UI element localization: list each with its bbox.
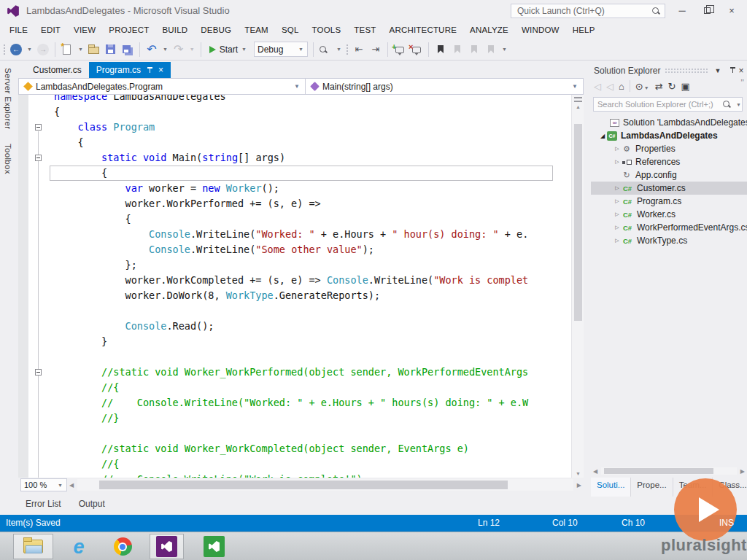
close-panel-button[interactable]: ×: [735, 66, 747, 76]
quick-launch-input[interactable]: Quick Launch (Ctrl+Q): [511, 4, 665, 18]
restore-button[interactable]: [694, 0, 719, 20]
pin-icon[interactable]: [147, 66, 153, 74]
tree-item-solution-lambdasanddelegates[interactable]: ∞Solution 'LambdasAndDelegates': [591, 116, 747, 129]
navigate-forward-code-button[interactable]: ⇥: [369, 41, 382, 58]
save-all-button[interactable]: [121, 41, 134, 58]
menu-file[interactable]: FILE: [3, 22, 34, 39]
pending-changes-filter-button[interactable]: ⊙▼: [635, 81, 650, 92]
tree-item-lambdasanddelegates[interactable]: ◢C#LambdasAndDelegates: [591, 129, 747, 142]
collapse-toggle-icon[interactable]: [35, 155, 42, 161]
configuration-combobox[interactable]: Debug ▼: [254, 42, 308, 57]
side-tab-server-explorer[interactable]: Server Explorer: [0, 61, 16, 136]
uncomment-button[interactable]: [410, 41, 423, 58]
collapsed-arrow-icon[interactable]: ▷: [613, 185, 622, 191]
split-handle-icon[interactable]: [574, 97, 582, 102]
menu-test[interactable]: TEST: [347, 22, 382, 39]
tree-item-app-config[interactable]: ↻App.config: [591, 168, 747, 182]
tab-customer-cs[interactable]: Customer.cs: [26, 62, 89, 78]
collapsed-arrow-icon[interactable]: ▷: [613, 238, 622, 244]
menu-help[interactable]: HELP: [566, 22, 602, 39]
code-editor[interactable]: namespace LambdasAndDelegates{ class Pro…: [18, 95, 571, 478]
scroll-up-icon[interactable]: ▲: [572, 104, 584, 109]
taskbar-button-internet-explorer[interactable]: e: [64, 534, 93, 559]
expanded-arrow-icon[interactable]: ◢: [598, 133, 607, 139]
navigate-forward-button[interactable]: →: [36, 41, 50, 58]
menu-architecture[interactable]: ARCHITECTURE: [383, 22, 464, 39]
tree-item-worker-cs[interactable]: ▷C#Worker.cs: [591, 208, 747, 221]
solution-explorer-horizontal-scrollbar[interactable]: ◀ ▶: [591, 466, 747, 476]
redo-dropdown[interactable]: ▼: [189, 47, 196, 52]
previous-bookmark-button[interactable]: [451, 41, 464, 58]
panel-tab-soluti[interactable]: Soluti...: [591, 478, 631, 497]
panel-tab-prope[interactable]: Prope...: [631, 478, 673, 497]
next-bookmark-button[interactable]: [468, 41, 481, 58]
back-button[interactable]: ◁: [594, 81, 601, 92]
taskbar-button-visual-studio[interactable]: [150, 534, 184, 559]
menu-team[interactable]: TEAM: [238, 22, 275, 39]
bottom-tab-output[interactable]: Output: [79, 499, 105, 509]
menu-project[interactable]: PROJECT: [102, 22, 155, 39]
navigate-backward-code-button[interactable]: ⇤: [352, 41, 365, 58]
menu-sql[interactable]: SQL: [275, 22, 306, 39]
scroll-down-icon[interactable]: ▼: [572, 471, 584, 476]
bottom-tab-error-list[interactable]: Error List: [26, 499, 61, 509]
tree-item-properties[interactable]: ▷⚙Properties: [591, 142, 747, 155]
start-debug-button[interactable]: Start ▼: [206, 44, 250, 55]
tab-program-cs[interactable]: Program.cs×: [89, 62, 171, 78]
minimize-button[interactable]: ─: [670, 0, 694, 20]
menu-analyze[interactable]: ANALYZE: [463, 22, 515, 39]
menu-view[interactable]: VIEW: [67, 22, 102, 39]
collapse-toggle-icon[interactable]: [35, 369, 42, 376]
editor-horizontal-scrollbar[interactable]: [77, 479, 573, 491]
collapsed-arrow-icon[interactable]: ▷: [613, 159, 622, 165]
menu-tools[interactable]: TOOLS: [306, 22, 348, 39]
drag-grip[interactable]: [665, 68, 708, 74]
forward-button[interactable]: ◁: [606, 81, 614, 92]
collapsed-arrow-icon[interactable]: ▷: [613, 211, 622, 217]
clear-bookmarks-button[interactable]: [484, 41, 498, 58]
tree-item-worktype-cs[interactable]: ▷C#WorkType.cs: [591, 234, 747, 247]
toolbar-overflow-dropdown[interactable]: ▼: [501, 47, 508, 52]
taskbar-button-visual-studio-green[interactable]: [197, 534, 231, 559]
window-menu-dropdown[interactable]: ▼: [712, 67, 724, 74]
toggle-bookmark-button[interactable]: [434, 41, 447, 58]
sync-with-active-document-button[interactable]: ⇄: [655, 81, 663, 92]
menu-window[interactable]: WINDOW: [515, 22, 566, 39]
collapsed-arrow-icon[interactable]: ▷: [613, 198, 622, 204]
member-dropdown[interactable]: Main(string[] args) ▼: [306, 79, 583, 94]
scroll-right-icon[interactable]: ▶: [575, 482, 584, 489]
save-button[interactable]: [104, 41, 117, 58]
editor-vertical-scrollbar[interactable]: ▲ ▼: [571, 95, 584, 478]
collapse-all-button[interactable]: ▣: [681, 81, 690, 92]
collapsed-arrow-icon[interactable]: ▷: [613, 146, 622, 152]
collapse-toggle-icon[interactable]: [35, 124, 42, 131]
side-tab-toolbox[interactable]: Toolbox: [0, 136, 16, 182]
toolbar-grip[interactable]: [346, 44, 349, 55]
menu-debug[interactable]: DEBUG: [194, 22, 238, 39]
undo-dropdown[interactable]: ▼: [162, 47, 169, 52]
scroll-left-icon[interactable]: ◀: [67, 482, 76, 489]
collapsed-arrow-icon[interactable]: ▷: [613, 225, 622, 230]
refresh-button[interactable]: ↻: [668, 81, 676, 92]
scroll-right-icon[interactable]: ▶: [738, 468, 747, 475]
close-button[interactable]: ×: [719, 0, 744, 20]
find-in-files-button[interactable]: [319, 41, 332, 58]
tree-item-program-cs[interactable]: ▷C#Program.cs: [591, 195, 747, 208]
tree-item-customer-cs[interactable]: ▷C#Customer.cs: [591, 182, 747, 195]
scrollbar-thumb[interactable]: [99, 481, 508, 489]
open-file-button[interactable]: [88, 41, 101, 58]
taskbar-button-chrome[interactable]: [108, 534, 137, 559]
scrollbar-thumb[interactable]: [574, 124, 582, 321]
type-dropdown[interactable]: LambdasAndDelegates.Program ▼: [19, 79, 306, 94]
comment-button[interactable]: [393, 41, 406, 58]
solution-explorer-title-bar[interactable]: Solution Explorer ▼ ×: [591, 63, 747, 78]
tree-item-references[interactable]: ▷References: [591, 155, 747, 168]
scroll-left-icon[interactable]: ◀: [591, 468, 600, 475]
breakpoint-margin[interactable]: [18, 95, 28, 478]
navigate-back-button[interactable]: ←: [9, 41, 23, 58]
search-options-dropdown[interactable]: ▼: [735, 102, 742, 107]
zoom-combobox[interactable]: 100 % ▼: [20, 478, 67, 491]
home-button[interactable]: ⌂: [619, 81, 624, 92]
redo-button[interactable]: ↷: [172, 41, 185, 58]
new-file-button[interactable]: [61, 41, 74, 58]
